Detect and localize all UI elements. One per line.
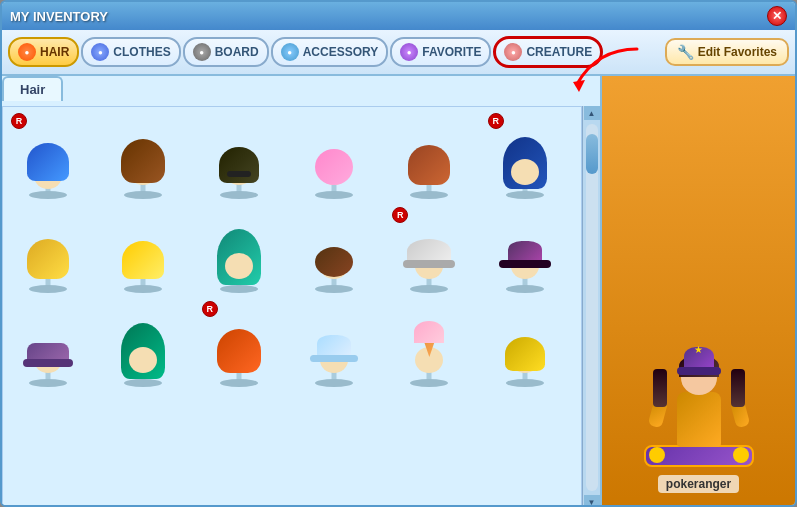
list-item[interactable]: R: [484, 111, 566, 203]
list-item[interactable]: [293, 299, 375, 391]
scroll-up-button[interactable]: ▲: [584, 106, 600, 120]
list-item[interactable]: R: [388, 205, 470, 297]
list-item[interactable]: R: [7, 111, 89, 203]
tab-clothes[interactable]: ● CLOTHES: [81, 37, 180, 67]
r-badge: R: [11, 113, 27, 129]
accessory-tab-label: ACCESSORY: [303, 45, 379, 59]
clothes-tab-label: CLOTHES: [113, 45, 170, 59]
edit-favorites-button[interactable]: 🔧 Edit Favorites: [665, 38, 789, 66]
title-bar: MY INVENTORY ✕: [2, 2, 795, 30]
character-panel: ★ pokeranger: [600, 76, 795, 507]
list-item[interactable]: [7, 299, 89, 391]
hair-tab-icon: ●: [18, 43, 36, 61]
board-tab-icon: ●: [193, 43, 211, 61]
list-item[interactable]: [102, 111, 184, 203]
list-item[interactable]: [198, 111, 280, 203]
main-content: Hair R: [2, 76, 795, 507]
tab-favorite[interactable]: ● FAVORITE: [390, 37, 491, 67]
scrollbar[interactable]: ▲ ▼: [582, 106, 600, 507]
nav-bar: ● HAIR ● CLOTHES ● BOARD ● ACCESSORY ● F…: [2, 30, 795, 76]
r-badge: R: [488, 113, 504, 129]
accessory-tab-icon: ●: [281, 43, 299, 61]
character-sprite: ★: [639, 307, 759, 467]
scroll-down-button[interactable]: ▼: [584, 495, 600, 507]
r-badge: R: [392, 207, 408, 223]
window-title: MY INVENTORY: [10, 9, 108, 24]
tab-creature[interactable]: ● CREATURE: [493, 36, 603, 68]
list-item[interactable]: R: [198, 299, 280, 391]
list-item[interactable]: [388, 111, 470, 203]
wrench-icon: 🔧: [677, 44, 694, 60]
edit-favorites-label: Edit Favorites: [698, 45, 777, 59]
close-button[interactable]: ✕: [767, 6, 787, 26]
tab-accessory[interactable]: ● ACCESSORY: [271, 37, 389, 67]
list-item[interactable]: [198, 205, 280, 297]
tab-board[interactable]: ● BOARD: [183, 37, 269, 67]
list-item[interactable]: [102, 205, 184, 297]
creature-tab-icon: ●: [504, 43, 522, 61]
r-badge: R: [202, 301, 218, 317]
tab-hair[interactable]: ● HAIR: [8, 37, 79, 67]
clothes-tab-icon: ●: [91, 43, 109, 61]
list-item[interactable]: [293, 205, 375, 297]
inventory-panel: Hair R: [2, 76, 600, 507]
list-item[interactable]: [388, 299, 470, 391]
list-item[interactable]: [102, 299, 184, 391]
list-item[interactable]: [484, 205, 566, 297]
favorite-tab-label: FAVORITE: [422, 45, 481, 59]
favorite-tab-icon: ●: [400, 43, 418, 61]
scrollbar-thumb[interactable]: [586, 134, 598, 174]
board-tab-label: BOARD: [215, 45, 259, 59]
creature-tab-label: CREATURE: [526, 45, 592, 59]
character-name: pokeranger: [658, 475, 739, 493]
hair-section-tab[interactable]: Hair: [2, 76, 63, 101]
list-item[interactable]: [293, 111, 375, 203]
inventory-window: MY INVENTORY ✕ ● HAIR ● CLOTHES ● BOARD …: [0, 0, 797, 507]
list-item[interactable]: [7, 205, 89, 297]
scrollbar-track[interactable]: [586, 124, 598, 491]
hair-tab-label: HAIR: [40, 45, 69, 59]
list-item[interactable]: [484, 299, 566, 391]
